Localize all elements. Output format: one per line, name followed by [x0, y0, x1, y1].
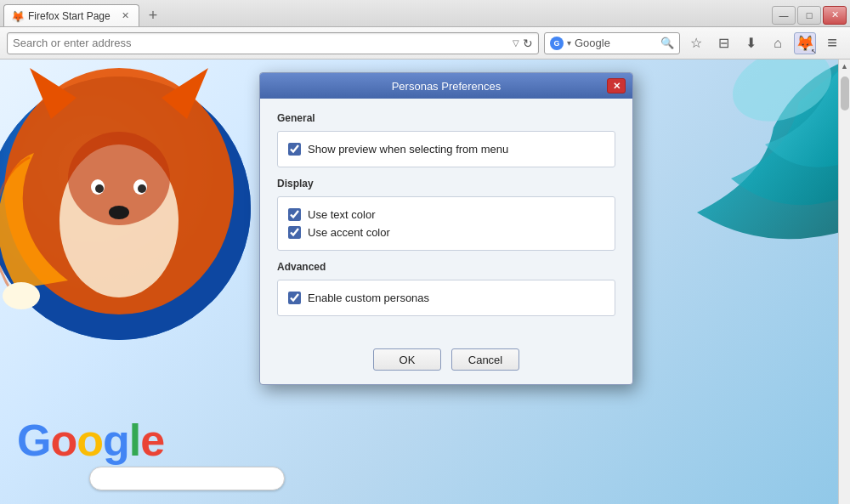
tab-close-button[interactable]: ✕: [118, 9, 132, 23]
dialog-close-button[interactable]: ✕: [607, 78, 626, 93]
browser-window: 🦊 Firefox Start Page ✕ + — □ ✕ ▽ ↻ G ▾ G…: [0, 0, 850, 504]
address-bar[interactable]: ▽ ↻: [7, 32, 539, 54]
advanced-section: Enable custom personas: [277, 280, 615, 316]
show-preview-label: Show preview when selecting from menu: [308, 143, 508, 156]
display-section: Use text color Use accent color: [277, 196, 615, 251]
home-icon: ⌂: [774, 36, 782, 51]
tab-favicon: 🦊: [11, 10, 23, 22]
address-dropdown-icon[interactable]: ▽: [513, 38, 519, 48]
use-accent-color-row: Use accent color: [288, 224, 604, 241]
enable-custom-personas-checkbox[interactable]: [288, 292, 301, 304]
close-button[interactable]: ✕: [823, 6, 847, 25]
scrollbar: ▲: [838, 59, 850, 504]
search-engine-label: Google: [575, 37, 657, 49]
scrollbar-thumb[interactable]: [841, 76, 849, 110]
ok-button[interactable]: OK: [373, 348, 441, 371]
home-button[interactable]: ⌂: [767, 32, 789, 54]
use-text-color-label: Use text color: [308, 208, 375, 221]
use-text-color-row: Use text color: [288, 206, 604, 224]
refresh-button[interactable]: ↻: [523, 37, 533, 50]
scroll-up-arrow[interactable]: ▲: [839, 59, 851, 73]
google-icon: G: [550, 37, 564, 50]
download-icon: ⬇: [745, 35, 756, 51]
persona-button[interactable]: 🦊 ↖: [794, 32, 816, 54]
minimize-button[interactable]: —: [772, 6, 796, 25]
dialog-footer: OK Cancel: [260, 340, 632, 384]
bookmarks-list-icon: ⊟: [718, 35, 729, 51]
tab-strip: 🦊 Firefox Start Page ✕ +: [3, 3, 165, 26]
use-text-color-checkbox[interactable]: [288, 208, 301, 221]
maximize-button[interactable]: □: [797, 6, 821, 25]
enable-custom-personas-label: Enable custom personas: [308, 292, 429, 304]
display-section-label: Display: [277, 178, 615, 190]
enable-custom-personas-row: Enable custom personas: [288, 289, 604, 307]
advanced-section-label: Advanced: [277, 261, 615, 273]
search-engine-dropdown[interactable]: ▾: [567, 38, 571, 48]
dialog-titlebar: Personas Preferences ✕: [260, 73, 632, 99]
page-content: Google: [0, 59, 850, 504]
search-box[interactable]: G ▾ Google 🔍: [544, 32, 680, 54]
dialog-overlay: Personas Preferences ✕ General Show prev…: [0, 59, 850, 504]
cursor-indicator: ↖: [811, 48, 817, 55]
search-icon[interactable]: 🔍: [660, 37, 674, 49]
menu-icon: ≡: [827, 33, 837, 53]
new-tab-button[interactable]: +: [141, 4, 165, 26]
show-preview-checkbox[interactable]: [288, 143, 301, 156]
bookmark-icon: ☆: [690, 35, 702, 51]
personas-preferences-dialog: Personas Preferences ✕ General Show prev…: [259, 72, 633, 385]
use-accent-color-label: Use accent color: [308, 226, 390, 239]
show-preview-row: Show preview when selecting from menu: [288, 140, 604, 158]
dialog-body: General Show preview when selecting from…: [260, 99, 632, 340]
download-button[interactable]: ⬇: [740, 32, 762, 54]
dialog-title: Personas Preferences: [286, 80, 607, 93]
bookmark-star-button[interactable]: ☆: [685, 32, 707, 54]
bookmarks-list-button[interactable]: ⊟: [712, 32, 734, 54]
general-section: Show preview when selecting from menu: [277, 131, 615, 167]
address-input[interactable]: [13, 37, 513, 49]
menu-button[interactable]: ≡: [821, 32, 843, 54]
navigation-bar: ▽ ↻ G ▾ Google 🔍 ☆ ⊟ ⬇ ⌂ 🦊 ↖ ≡: [0, 27, 850, 59]
window-controls: — □ ✕: [772, 3, 850, 26]
use-accent-color-checkbox[interactable]: [288, 226, 301, 239]
title-bar: 🦊 Firefox Start Page ✕ + — □ ✕: [0, 0, 850, 27]
active-tab[interactable]: 🦊 Firefox Start Page ✕: [3, 4, 139, 26]
tab-title: Firefox Start Page: [28, 10, 113, 22]
general-section-label: General: [277, 112, 615, 124]
cancel-button[interactable]: Cancel: [451, 348, 519, 371]
